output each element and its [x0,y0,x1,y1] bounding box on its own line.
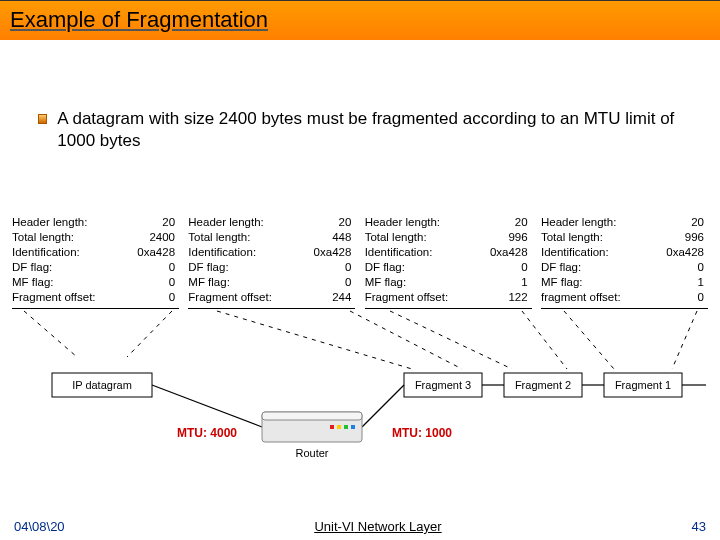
bullet-icon [38,114,47,124]
title-bar: Example of Fragmentation [0,0,720,40]
dashed-lead [24,311,77,357]
svg-rect-5 [351,425,355,429]
col-frag2: Header length:20 Total length:996 Identi… [365,215,532,309]
dashed-lead [390,311,512,369]
wire-left [152,385,262,427]
svg-rect-4 [344,425,348,429]
col-original: Header length:20 Total length:2400 Ident… [12,215,179,309]
bullet-text: A datagram with size 2400 bytes must be … [57,108,700,152]
svg-rect-1 [262,412,362,420]
dashed-lead [350,311,462,369]
header-columns: Header length:20 Total length:2400 Ident… [12,215,708,309]
fragmentation-diagram: Header length:20 Total length:2400 Ident… [12,215,708,479]
footer-date: 04\08\20 [14,519,65,534]
footer: 04\08\20 Unit-VI Network Layer 43 [0,519,720,534]
frag1-label: Fragment 1 [615,379,671,391]
topology-svg: IP datagram Fragment 3 Fragment 2 Fragme… [12,309,708,479]
col-frag3: Header length:20 Total length:448 Identi… [188,215,355,309]
router-label: Router [295,447,328,459]
ip-datagram-label: IP datagram [72,379,132,391]
dashed-lead [522,311,567,369]
dashed-lead [217,311,412,369]
dashed-lead [127,311,172,357]
svg-rect-3 [337,425,341,429]
mtu-left-label: MTU: 4000 [177,426,237,440]
dashed-lead [564,311,614,369]
col-frag1: Header length:20 Total length:996 Identi… [541,215,708,309]
router-icon [262,412,362,442]
mtu-right-label: MTU: 1000 [392,426,452,440]
page-title: Example of Fragmentation [0,1,720,39]
frag2-label: Fragment 2 [515,379,571,391]
wire-right [362,385,404,427]
footer-page: 43 [692,519,706,534]
dashed-lead [672,311,697,369]
bullet-item: A datagram with size 2400 bytes must be … [38,108,700,152]
footer-title: Unit-VI Network Layer [314,519,441,534]
frag3-label: Fragment 3 [415,379,471,391]
svg-rect-2 [330,425,334,429]
